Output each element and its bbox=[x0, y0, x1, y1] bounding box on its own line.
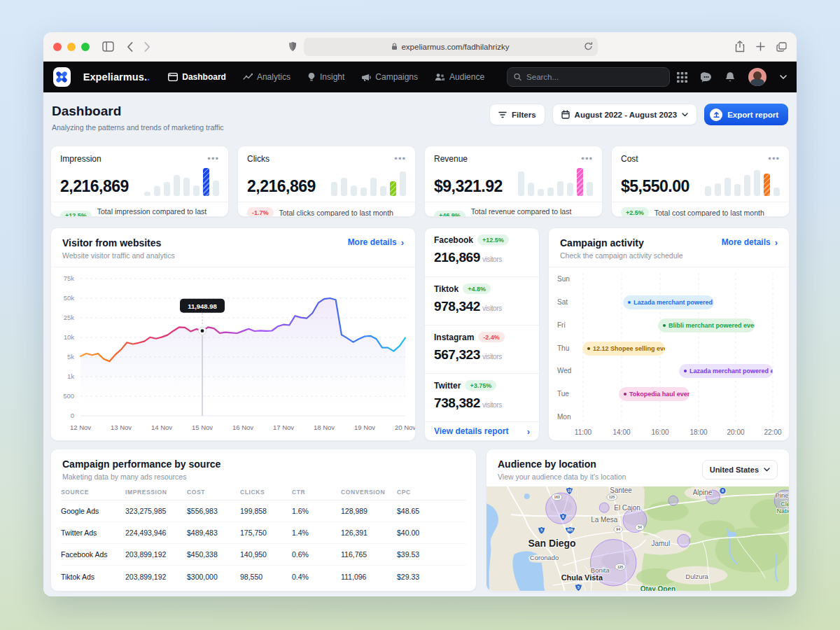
nav-item-campaigns[interactable]: Campaigns bbox=[361, 72, 418, 82]
social-name: Tiktok bbox=[434, 284, 458, 294]
sparkline-bar bbox=[577, 168, 583, 196]
event-pill[interactable]: 12.12 Shopee selling event bbox=[582, 342, 665, 356]
share-icon[interactable] bbox=[735, 41, 745, 52]
event-pill[interactable]: Lazada merchant powered event bbox=[679, 364, 773, 378]
notifications-bell-icon[interactable] bbox=[725, 71, 735, 83]
sparkline-bar bbox=[734, 184, 741, 196]
filters-button[interactable]: Filters bbox=[489, 104, 545, 125]
nav-item-analytics[interactable]: Analytics bbox=[243, 72, 290, 82]
stats-row: Impression•••2,216,869+12.5%Total impres… bbox=[50, 146, 790, 217]
address-bar[interactable]: expeliarmus.com/fadhilahrizky bbox=[304, 38, 598, 56]
more-options-icon[interactable]: ••• bbox=[394, 153, 406, 164]
audience-map[interactable]: 1516385805945412512585SanteeAlpineEl Caj… bbox=[486, 486, 789, 591]
sparkline-bar bbox=[174, 175, 180, 196]
event-dot bbox=[624, 393, 626, 396]
chevron-down-icon bbox=[764, 468, 770, 472]
nav-item-dashboard[interactable]: Dashboard bbox=[168, 72, 226, 82]
column-header: COST bbox=[187, 489, 240, 496]
region-select[interactable]: United States bbox=[702, 460, 778, 479]
event-pill[interactable]: Blibli merchant powered event bbox=[658, 318, 755, 332]
profile-chevron-down-icon[interactable] bbox=[780, 75, 787, 79]
nav-item-insight[interactable]: Insight bbox=[307, 72, 344, 82]
cell-source: Twitter Ads bbox=[61, 528, 125, 537]
traffic-lights[interactable] bbox=[53, 43, 95, 51]
route-shield: 54 bbox=[636, 524, 644, 531]
search-bar[interactable] bbox=[507, 67, 670, 87]
map-label: Pine bbox=[776, 491, 789, 499]
audience-bubble bbox=[678, 534, 690, 547]
cell-value: 126,391 bbox=[341, 528, 397, 537]
event-dot bbox=[663, 324, 666, 327]
new-tab-icon[interactable] bbox=[756, 42, 765, 51]
change-badge: -2.4% bbox=[478, 332, 505, 342]
sparkline-bar bbox=[390, 181, 396, 196]
tab-overview-icon[interactable] bbox=[776, 42, 787, 52]
more-options-icon[interactable]: ••• bbox=[207, 153, 219, 164]
time-label: 18:00 bbox=[690, 428, 707, 436]
minimize-window-button[interactable] bbox=[67, 43, 76, 51]
sparkline-bar bbox=[587, 182, 593, 196]
activity-more-details-link[interactable]: More details› bbox=[722, 237, 778, 247]
stat-card-cost: Cost•••$5,550.00+2.5%Total cost compared… bbox=[611, 146, 790, 217]
stat-value: $5,550.00 bbox=[621, 177, 690, 196]
nav-item-audience[interactable]: Audience bbox=[435, 72, 484, 82]
more-options-icon[interactable]: ••• bbox=[581, 153, 593, 164]
svg-text:125: 125 bbox=[617, 565, 624, 569]
date-range-picker[interactable]: August 2022 - August 2023 bbox=[552, 104, 698, 125]
back-icon[interactable] bbox=[127, 42, 133, 52]
svg-text:20 Nov: 20 Nov bbox=[395, 424, 415, 431]
sparkline-bar bbox=[715, 183, 721, 196]
cell-value: $556,983 bbox=[187, 507, 240, 515]
social-stat-instagram: Instagram-2.4%567,323visitors bbox=[425, 325, 539, 373]
sparkline-bar bbox=[331, 182, 337, 196]
activity-subtitle: Check the campaign activity schedule bbox=[560, 251, 683, 260]
event-label: Lazada merchant powered event bbox=[634, 299, 714, 306]
change-badge: +2.5% bbox=[621, 207, 649, 217]
expeliarmus-logo[interactable] bbox=[53, 67, 71, 87]
calendar-icon bbox=[561, 110, 570, 119]
event-pill[interactable]: Tokopedia haul event bbox=[619, 387, 690, 401]
sparkline-bar bbox=[341, 178, 347, 196]
cell-value: 175,750 bbox=[240, 528, 292, 537]
more-options-icon[interactable]: ••• bbox=[768, 153, 780, 164]
user-avatar[interactable] bbox=[748, 68, 766, 86]
page-subtitle: Analyzing the patterns and trends of mar… bbox=[52, 123, 224, 132]
performance-table: SOURCEIMPRESSIONCOSTCLICKSCTRCONVERSIONC… bbox=[51, 484, 476, 587]
privacy-shield-icon[interactable] bbox=[288, 41, 297, 52]
visitor-more-details-link[interactable]: More details› bbox=[348, 237, 404, 247]
svg-text:15 Nov: 15 Nov bbox=[192, 424, 213, 431]
sparkline-bar bbox=[164, 182, 170, 196]
visitor-chart-subtitle: Website visitor traffic and analytics bbox=[62, 251, 175, 260]
stat-note: Total revenue compared to last month bbox=[471, 207, 593, 217]
stat-note: Total cost compared to last month bbox=[654, 209, 764, 217]
svg-text:8: 8 bbox=[722, 489, 724, 493]
reload-icon[interactable] bbox=[584, 41, 593, 51]
cell-value: 323,275,985 bbox=[125, 507, 187, 515]
zoom-window-button[interactable] bbox=[81, 43, 90, 51]
cell-source: Tiktok Ads bbox=[61, 573, 125, 581]
map-label: Dulzura bbox=[685, 573, 708, 580]
svg-text:94: 94 bbox=[616, 527, 620, 531]
forward-icon[interactable] bbox=[144, 42, 150, 52]
svg-text:11,948.98: 11,948.98 bbox=[188, 302, 217, 310]
cell-value: 0.6% bbox=[292, 550, 341, 559]
sidebar-toggle-icon[interactable] bbox=[102, 41, 114, 52]
stat-value: $9,321.92 bbox=[434, 177, 503, 196]
event-dot bbox=[628, 301, 631, 304]
search-input[interactable] bbox=[526, 73, 663, 81]
url-text: expeliarmus.com/fadhilahrizky bbox=[401, 43, 509, 51]
browser-chrome: expeliarmus.com/fadhilahrizky bbox=[43, 32, 797, 62]
app-navbar: Expeliarmus.. Dashboard Analytics Insigh… bbox=[43, 62, 797, 92]
map-label: Coronado bbox=[530, 554, 559, 561]
close-window-button[interactable] bbox=[53, 43, 62, 51]
social-visitors-card: Facebook+12.5%216,869visitorsTiktok+4.8%… bbox=[424, 227, 540, 441]
export-report-button[interactable]: Export report bbox=[704, 104, 788, 125]
event-pill[interactable]: Lazada merchant powered event bbox=[623, 295, 714, 309]
column-header: IMPRESSION bbox=[125, 489, 187, 496]
view-details-report-link[interactable]: View details report› bbox=[434, 426, 530, 436]
messages-icon[interactable] bbox=[701, 72, 712, 83]
apps-grid-icon[interactable] bbox=[677, 72, 687, 83]
sparkline-bar bbox=[705, 186, 711, 196]
map-label: Jamul bbox=[652, 540, 671, 547]
stat-value: 2,216,869 bbox=[60, 177, 129, 196]
